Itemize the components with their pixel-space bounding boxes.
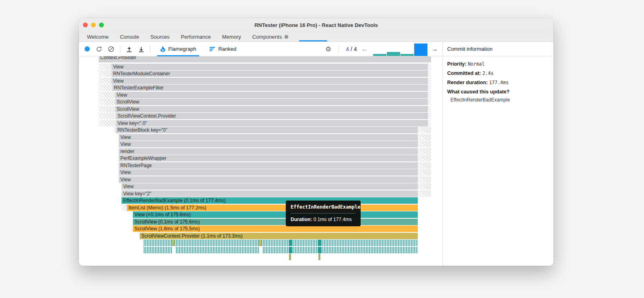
flame-row-label: View — [122, 183, 418, 190]
clear-profile-button[interactable] — [107, 45, 115, 53]
flame-row[interactable]: View — [119, 176, 418, 183]
flame-row-hatch — [428, 70, 431, 77]
flame-row[interactable]: View key=".0" — [116, 120, 428, 126]
flame-micro-bar[interactable] — [172, 240, 174, 246]
flame-row-hatch — [99, 99, 115, 105]
next-commit-button[interactable]: → — [431, 42, 439, 56]
flame-row-hatch — [428, 99, 431, 105]
flame-row[interactable]: EffectInRenderBadExample (0.1ms of 177.4… — [122, 197, 418, 204]
flame-row[interactable]: View — [122, 183, 418, 190]
commit-bar[interactable] — [373, 54, 386, 56]
tab-memory[interactable]: Memory — [217, 32, 247, 41]
flame-row[interactable]: render — [119, 148, 418, 155]
titlebar: RNTester (iPhone 16 Pro) - React Native … — [79, 18, 553, 32]
flame-row[interactable]: ItemList (Memo) (1.5ms of 177.2ms) — [127, 205, 418, 211]
flame-row[interactable]: PerfExampleWrapper — [119, 155, 418, 161]
tab-label: Memory — [222, 34, 241, 40]
tab-label: Sources — [151, 34, 170, 40]
flame-row[interactable]: RNTesterModuleContainer — [111, 70, 428, 77]
devtools-window: RNTester (iPhone 16 Pro) - React Native … — [79, 18, 553, 266]
flame-row[interactable]: View — [111, 64, 428, 70]
flame-icon — [160, 46, 165, 52]
record-button[interactable] — [83, 45, 91, 53]
flame-row[interactable]: RNTesterBlock key="0" — [116, 127, 418, 133]
update-cause-component[interactable]: EffectInRenderBadExample — [447, 97, 549, 103]
flame-row[interactable]: ScrollView (0.1ms of 175.6ms) — [133, 219, 418, 225]
previous-commit-button[interactable]: ← — [361, 42, 369, 56]
tab-performance[interactable]: Performance — [175, 32, 216, 41]
flame-row[interactable]: View (<0.1ms of 175.6ms) — [133, 211, 418, 218]
flame-row-label: ScrollView (1.6ms of 175.5ms) — [133, 226, 418, 232]
commit-bar[interactable] — [400, 54, 414, 56]
react-atom-icon — [284, 35, 289, 39]
flame-row[interactable]: ScrollViewContext.Provider (1.1ms of 173… — [140, 233, 418, 239]
flame-micro-row[interactable] — [144, 240, 418, 246]
traffic-lights — [83, 23, 104, 27]
commit-bar[interactable] — [414, 43, 427, 56]
tab-welcome[interactable]: Welcome — [81, 32, 114, 41]
flame-micro-bar[interactable] — [289, 240, 292, 246]
reload-profile-button[interactable] — [95, 45, 103, 53]
flame-row[interactable]: ScrollView — [115, 106, 428, 112]
tab-flamegraph[interactable]: Flamegraph — [155, 42, 201, 56]
flame-row-hatch — [99, 106, 115, 112]
flame-row[interactable]: View key="2" — [122, 190, 418, 197]
commit-info-field: Priority: Normal — [447, 61, 549, 67]
zoom-button[interactable] — [99, 23, 104, 27]
tab-sources[interactable]: Sources — [145, 32, 175, 41]
flame-row-label: View key=".0" — [116, 120, 428, 126]
flame-row-label: ItemList (Memo) (1.5ms of 177.2ms) — [127, 205, 418, 211]
flame-row[interactable]: RNTesterExampleFilter — [112, 85, 428, 91]
commit-info-field: Render duration: 177.4ms — [447, 80, 549, 85]
flame-row-hatch — [428, 106, 431, 112]
flame-micro-bar[interactable] — [289, 247, 292, 253]
flame-row[interactable]: Context.Provider — [99, 56, 431, 62]
settings-button[interactable]: ⚙ — [325, 45, 331, 54]
flame-row[interactable]: View — [119, 169, 418, 176]
flame-micro-row[interactable] — [144, 247, 418, 253]
field-value: 2.4s — [483, 70, 494, 76]
flame-row[interactable]: View — [111, 78, 428, 84]
clear-icon — [108, 46, 114, 52]
flame-row[interactable]: View — [119, 134, 418, 141]
commit-information-header: Commit information — [443, 42, 553, 56]
flame-leaf-bar[interactable] — [318, 254, 320, 260]
field-label: Committed at: — [447, 70, 483, 76]
flame-row-label: ScrollView — [115, 99, 428, 105]
flame-row[interactable]: ScrollView (1.6ms of 175.5ms) — [133, 226, 418, 232]
flame-row-hatch — [418, 190, 431, 197]
flame-micro-gap — [259, 247, 262, 253]
flame-row-hatch — [418, 162, 431, 169]
commit-info-field: Committed at: 2.4s — [447, 70, 549, 76]
flame-row[interactable]: View — [115, 92, 428, 98]
flame-row-label: View — [115, 92, 428, 98]
flame-row[interactable]: View — [119, 141, 418, 147]
flame-row-label: View — [111, 64, 428, 70]
close-button[interactable] — [83, 23, 88, 27]
flame-row-hatch — [99, 92, 115, 98]
flame-row[interactable]: RNTesterPage — [119, 162, 418, 169]
flame-row-label: RNTesterPage — [119, 162, 418, 169]
load-profile-button[interactable] — [125, 45, 133, 53]
flame-row-hatch — [418, 183, 431, 190]
upload-icon — [126, 46, 133, 52]
flame-micro-bar[interactable] — [318, 247, 321, 253]
flame-row-label: RNTesterBlock key="0" — [116, 127, 418, 133]
minimize-button[interactable] — [91, 23, 96, 27]
flame-row[interactable]: ScrollViewContext.Provider — [116, 113, 428, 119]
flame-leaf-bar[interactable] — [289, 254, 291, 260]
commit-bar[interactable] — [387, 52, 400, 56]
flame-row[interactable]: ScrollView — [115, 99, 428, 105]
tab-components[interactable]: Components — [247, 32, 295, 41]
flame-row-hatch — [418, 176, 431, 183]
tab-label: Console — [120, 34, 139, 40]
flame-micro-bar[interactable] — [318, 240, 321, 246]
flame-row-label: View — [111, 78, 428, 84]
tab-ranked[interactable]: Ranked — [205, 42, 241, 56]
flame-micro-bar[interactable] — [259, 240, 261, 246]
tab-profiler[interactable] — [299, 32, 327, 41]
toolbar-separator — [338, 45, 339, 53]
field-value: Normal — [468, 61, 485, 67]
save-profile-button[interactable] — [137, 45, 145, 53]
tab-console[interactable]: Console — [114, 32, 145, 41]
